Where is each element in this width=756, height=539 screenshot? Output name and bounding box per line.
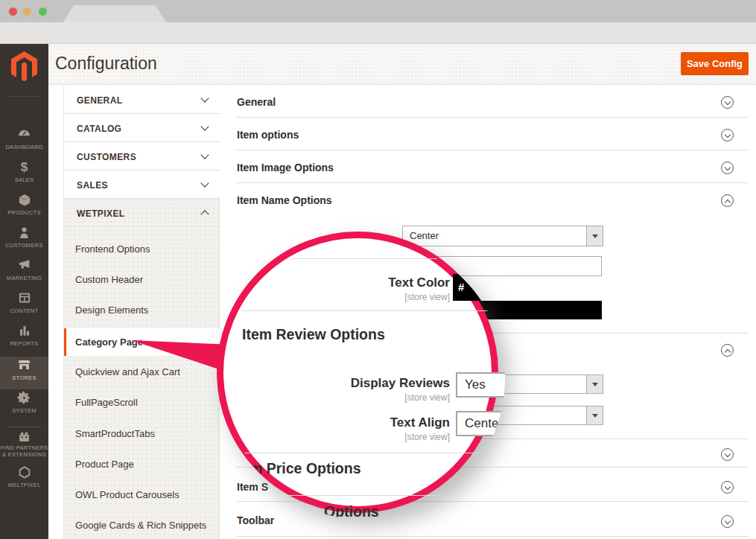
section-general: General (237, 96, 276, 108)
box-icon (0, 193, 48, 208)
nav-section-sales[interactable]: SALES (64, 170, 220, 199)
nav-section-catalog[interactable]: CATALOG (64, 114, 220, 142)
nav-section-customers[interactable]: CUSTOMERS (64, 142, 220, 170)
screen: DASHBOARD $ SALES PRODUCTS CUSTOMERS MAR… (0, 0, 756, 539)
color-swatch[interactable]: # (453, 274, 487, 301)
select-arrow-icon[interactable] (586, 406, 603, 424)
nav-section-wetpixel[interactable]: WETPIXEL (64, 199, 220, 227)
sidebar-item-customers[interactable]: CUSTOMERS (0, 226, 48, 257)
section-general-toggle-icon[interactable] (721, 96, 734, 109)
sidebar-item-label: SALES (0, 177, 48, 183)
section-item-s-options-toggle-icon[interactable] (721, 481, 734, 494)
nav-item-fullpagescroll[interactable]: FullPageScroll (75, 397, 209, 408)
section-item-options-toggle-icon[interactable] (721, 129, 734, 141)
nav-item-category-page[interactable]: Category Page (64, 328, 220, 356)
sidebar-item-sales[interactable]: $ SALES (0, 160, 48, 191)
sidebar-item-stores[interactable]: STORES (0, 357, 48, 389)
nav-item-label: Category Page (75, 337, 143, 348)
dollar-icon: $ (0, 160, 48, 175)
sidebar-divider (7, 96, 41, 97)
item-review-options-heading: Item Review Options (242, 326, 385, 343)
sidebar-item-label: SYSTEM (0, 408, 48, 414)
sidebar-item-content[interactable]: CONTENT (0, 291, 48, 322)
section-toolbar-toggle-icon[interactable] (721, 515, 734, 528)
sidebar-divider (7, 427, 41, 427)
storefront-icon (0, 358, 48, 373)
item-name-align-select[interactable]: Center (402, 226, 603, 246)
nav-item-quickview[interactable]: Quickview and Ajax Cart (75, 366, 209, 377)
gear-icon (0, 391, 48, 406)
nav-item-owl-carousels[interactable]: OWL Product Carousels (75, 489, 209, 500)
nav-item-smartproducttabs[interactable]: SmartProductTabs (75, 428, 209, 439)
section-item-image-options: Item Image Options (237, 162, 334, 173)
sidebar-item-label: DASHBOARD (0, 144, 48, 150)
display-reviews-scope: [store view] (404, 392, 450, 403)
nav-item-design-elements[interactable]: Design Elements (75, 304, 209, 316)
window-titlebar (0, 0, 756, 22)
next-section-options-fragment: Options (324, 503, 379, 520)
sidebar-item-find-partners[interactable]: FIND PARTNERS & EXTENSIONS (0, 431, 48, 461)
select-arrow-icon[interactable] (586, 226, 603, 246)
sidebar-item-marketing[interactable]: MARKETING (0, 258, 48, 290)
close-window-icon[interactable] (9, 7, 17, 16)
chevron-down-icon (200, 179, 209, 187)
chevron-up-icon (200, 210, 209, 218)
select-arrow-icon[interactable] (586, 375, 603, 393)
sidebar-item-label2: & EXTENSIONS (0, 452, 48, 458)
sidebar-item-label: CONTENT (0, 308, 48, 314)
text-color-scope: [store view] (404, 292, 450, 302)
sidebar-item-label: FIND PARTNERS (0, 445, 48, 451)
select-value: Center (410, 230, 439, 241)
minimize-window-icon[interactable] (23, 7, 31, 16)
section-toolbar: Toolbar (237, 514, 274, 526)
dashboard-gauge-icon (0, 127, 48, 142)
sidebar-item-label: STORES (0, 375, 48, 381)
chevron-down-icon (200, 150, 209, 159)
extensions-icon (0, 431, 48, 443)
nav-item-product-page[interactable]: Product Page (75, 459, 209, 470)
nav-item-frontend-options[interactable]: Frontend Options (75, 243, 209, 255)
sidebar-item-weltpixel[interactable]: WELTPIXEL (0, 465, 48, 497)
sidebar-item-dashboard[interactable]: DASHBOARD (0, 127, 48, 159)
browser-tab[interactable] (63, 5, 166, 22)
nav-item-custom-header[interactable]: Custom Header (75, 274, 209, 285)
section-item-name-options-toggle-icon[interactable] (721, 194, 734, 207)
save-config-button[interactable]: Save Config (681, 52, 749, 75)
nav-section-label: GENERAL (77, 95, 122, 106)
nav-section-label: CATALOG (77, 124, 121, 134)
section-item-image-options-toggle-icon[interactable] (721, 162, 734, 174)
bar-chart-icon (0, 324, 48, 339)
magnifier-content: Text Color [store view] # Item Review Op… (223, 238, 505, 520)
nav-item-google-cards[interactable]: Google Cards & Rich Snippets (75, 520, 209, 531)
text-align-scope: [store view] (404, 432, 450, 442)
page-header: Configuration Save Config (48, 44, 756, 85)
display-reviews-label: Display Reviews (351, 376, 450, 391)
section-item-options: Item options (237, 129, 299, 141)
display-reviews-select-magnified[interactable]: Yes (456, 372, 505, 398)
nav-section-general[interactable]: GENERAL (64, 86, 220, 114)
nav-section-label: SALES (77, 180, 108, 191)
magento-logo-icon[interactable] (11, 51, 37, 81)
text-align-label: Text Align (390, 415, 450, 430)
zoom-window-icon[interactable] (39, 7, 47, 16)
sidebar-item-system[interactable]: SYSTEM (0, 391, 48, 422)
hexagon-icon (0, 465, 48, 480)
text-color-label: Text Color (388, 275, 450, 290)
sidebar-item-reports[interactable]: REPORTS (0, 324, 48, 355)
item-price-options-fragment: m Price Options (250, 460, 361, 477)
sidebar-item-label: REPORTS (0, 341, 48, 347)
browser-toolbar (0, 22, 756, 44)
sidebar-item-products[interactable]: PRODUCTS (0, 193, 48, 224)
sidebar-item-label: WELTPIXEL (0, 482, 48, 488)
admin-sidebar: DASHBOARD $ SALES PRODUCTS CUSTOMERS MAR… (0, 44, 48, 539)
sidebar-item-label: CUSTOMERS (0, 243, 48, 249)
section-item-price-options-toggle-icon[interactable] (721, 448, 734, 461)
text-align-select-magnified[interactable]: Center (456, 411, 505, 436)
nav-section-label: WETPIXEL (77, 208, 125, 219)
section-item-review-options-toggle-icon[interactable] (721, 344, 734, 357)
section-item-s-options: Item S (237, 481, 268, 493)
layout-icon (0, 291, 48, 306)
megaphone-icon (0, 258, 48, 273)
person-icon (0, 226, 48, 240)
sidebar-item-label: PRODUCTS (0, 210, 48, 216)
